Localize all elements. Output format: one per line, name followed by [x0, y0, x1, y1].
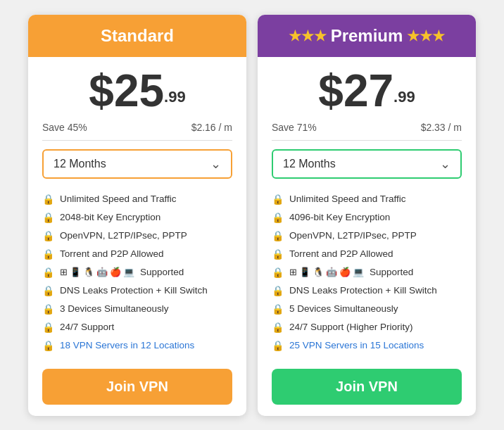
lock-icon: 🔒 [42, 340, 54, 351]
list-item: 🔒2048-bit Key Encryption [42, 208, 232, 227]
list-item: 🔒4096-bit Key Encryption [272, 208, 462, 227]
list-item: 🔒Unlimited Speed and Traffic [272, 190, 462, 208]
lock-icon: 🔒 [42, 267, 54, 278]
lock-icon: 🔒 [42, 248, 54, 260]
premium-price-cents: .99 [393, 87, 415, 105]
standard-price-area: $25.99 [42, 68, 232, 113]
list-item: 🔒5 Devices Simultaneously [272, 300, 462, 318]
premium-price-main: $27 [318, 65, 393, 116]
platform-icons: ⊞ 📱 🐧 🤖 🍎 💻 [60, 267, 134, 277]
list-item: 🔒OpenVPN, L2TP/IPsec, PPTP [42, 227, 232, 245]
lock-icon: 🔒 [272, 322, 284, 333]
premium-plan-dropdown[interactable]: 12 Months ⌄ [272, 149, 462, 179]
premium-price-area: $27.99 [272, 68, 462, 113]
lock-icon: 🔒 [272, 340, 284, 351]
premium-header: ★★★ Premium ★★★ [258, 15, 476, 57]
list-item: 🔒DNS Leaks Protection + Kill Switch [272, 282, 462, 300]
premium-header-inner: ★★★ Premium ★★★ [258, 26, 476, 46]
standard-header: Standard [28, 15, 246, 57]
premium-save-text: Save 71% [272, 122, 317, 133]
lock-icon: 🔒 [272, 285, 284, 296]
premium-features-list: 🔒Unlimited Speed and Traffic 🔒4096-bit K… [272, 190, 462, 355]
standard-card: Standard $25.99 Save 45% $2.16 / m 12 Mo… [28, 15, 246, 416]
premium-chevron-icon: ⌄ [440, 156, 451, 172]
list-item: 🔒18 VPN Servers in 12 Locations [42, 336, 232, 355]
lock-icon: 🔒 [272, 230, 284, 241]
standard-title: Standard [101, 26, 174, 45]
standard-plan-dropdown[interactable]: 12 Months ⌄ [42, 149, 232, 179]
standard-join-button[interactable]: Join VPN [42, 369, 232, 405]
list-item: 🔒OpenVPN, L2TP/IPsec, PPTP [272, 227, 462, 245]
standard-save-text: Save 45% [42, 122, 87, 133]
lock-icon: 🔒 [42, 230, 54, 241]
standard-savings-row: Save 45% $2.16 / m [42, 122, 232, 141]
premium-join-button[interactable]: Join VPN [272, 369, 462, 405]
lock-icon: 🔒 [42, 212, 54, 223]
standard-per-month: $2.16 / m [191, 122, 232, 133]
lock-icon: 🔒 [272, 212, 284, 223]
list-item: 🔒 ⊞ 📱 🐧 🤖 🍎 💻 Supported [272, 263, 462, 282]
premium-stars-left: ★★★ [289, 27, 327, 44]
list-item: 🔒DNS Leaks Protection + Kill Switch [42, 282, 232, 300]
list-item: 🔒 ⊞ 📱 🐧 🤖 🍎 💻 Supported [42, 263, 232, 282]
list-item: 🔒Unlimited Speed and Traffic [42, 190, 232, 208]
lock-icon: 🔒 [272, 267, 284, 278]
list-item: 🔒24/7 Support [42, 318, 232, 336]
lock-icon: 🔒 [272, 303, 284, 315]
lock-icon: 🔒 [272, 194, 284, 205]
premium-body: $27.99 Save 71% $2.33 / m 12 Months ⌄ 🔒U… [258, 57, 476, 416]
list-item: 🔒24/7 Support (Higher Priority) [272, 318, 462, 336]
standard-chevron-icon: ⌄ [210, 156, 221, 172]
standard-price-main: $25 [89, 65, 164, 116]
standard-features-list: 🔒Unlimited Speed and Traffic 🔒2048-bit K… [42, 190, 232, 355]
lock-icon: 🔒 [42, 322, 54, 333]
premium-per-month: $2.33 / m [421, 122, 462, 133]
lock-icon: 🔒 [42, 285, 54, 296]
premium-card: ★★★ Premium ★★★ $27.99 Save 71% $2.33 / … [258, 15, 476, 416]
standard-dropdown-label: 12 Months [53, 158, 106, 170]
list-item: 🔒3 Devices Simultaneously [42, 300, 232, 318]
standard-price-cents: .99 [164, 87, 186, 105]
premium-stars-right: ★★★ [407, 27, 445, 44]
platform-icons: ⊞ 📱 🐧 🤖 🍎 💻 [289, 267, 364, 277]
list-item: 🔒25 VPN Servers in 15 Locations [272, 336, 462, 355]
lock-icon: 🔒 [272, 248, 284, 260]
premium-dropdown-label: 12 Months [283, 158, 336, 170]
list-item: 🔒Torrent and P2P Allowed [272, 245, 462, 263]
lock-icon: 🔒 [42, 194, 54, 205]
lock-icon: 🔒 [42, 303, 54, 315]
cards-container: Standard $25.99 Save 45% $2.16 / m 12 Mo… [14, 1, 490, 430]
premium-savings-row: Save 71% $2.33 / m [272, 122, 462, 141]
list-item: 🔒Torrent and P2P Allowed [42, 245, 232, 263]
premium-title: Premium [331, 26, 403, 46]
standard-body: $25.99 Save 45% $2.16 / m 12 Months ⌄ 🔒U… [28, 57, 246, 416]
